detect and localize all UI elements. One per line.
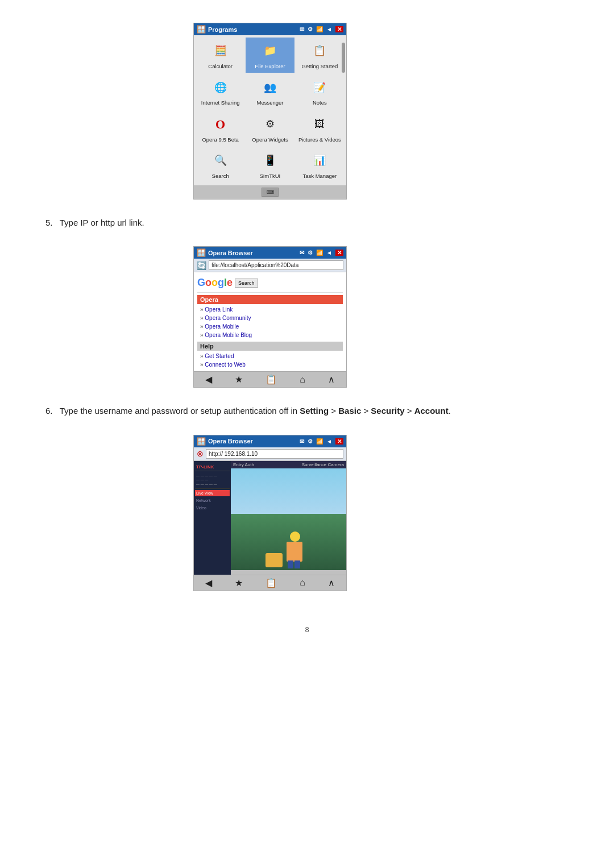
titlebar-icons: ✉ ⚙ 📶 ◄ ✕ — [300, 26, 343, 32]
camera-titlebar-title: Opera Browser — [208, 438, 253, 445]
camera-windows-icon: 🪟 — [197, 437, 206, 446]
sky-bg — [231, 468, 346, 520]
task-manager-icon: 📊 — [309, 151, 330, 171]
search-icon: 🔍 — [210, 151, 231, 171]
calculator-label: Calculator — [208, 63, 233, 69]
camera-main: Entry Auth Surveillance Camera — [231, 461, 346, 575]
simtkui-item[interactable]: 📱 SimTkUI — [246, 147, 294, 182]
notes-item[interactable]: 📝 Notes — [296, 74, 344, 109]
volume-icon: ◄ — [326, 26, 332, 32]
task-manager-item[interactable]: 📊 Task Manager — [296, 147, 344, 182]
camera-titlebar: 🪟 Opera Browser ✉ ⚙ 📶 ◄ ✕ — [194, 435, 346, 447]
camera-star-button[interactable]: ★ — [235, 578, 243, 588]
simtkui-icon: 📱 — [260, 151, 280, 171]
notes-label: Notes — [313, 99, 327, 106]
camera-close-icon[interactable]: ✕ — [335, 438, 343, 445]
internet-sharing-item[interactable]: 🌐 Internet Sharing — [196, 74, 244, 109]
camera-progress-bar — [231, 570, 346, 575]
camera-settings-icon: ⚙ — [308, 438, 313, 445]
screenshot-opera-browser: 🪟 Opera Browser ✉ ⚙ 📶 ◄ ✕ 🔄 file://local… — [193, 246, 347, 388]
camera-volume-icon: ◄ — [326, 438, 332, 445]
opera-address-input[interactable]: file://localhost/Application%20Data — [209, 260, 343, 270]
camera-home-button[interactable]: ⌂ — [300, 578, 305, 588]
opera-mobile-link[interactable]: Opera Mobile — [197, 322, 343, 331]
camera-sidebar: TP-LINK — — — — —— — —— — — — — Live Vie… — [194, 461, 231, 575]
internet-sharing-label: Internet Sharing — [201, 99, 240, 106]
file-explorer-item[interactable]: 📁 File Explorer — [246, 38, 294, 73]
opera-volume-icon: ◄ — [326, 250, 332, 256]
camera-sidebar-basic[interactable]: Live View — [195, 490, 230, 496]
calculator-item[interactable]: 🧮 Calculator — [196, 38, 244, 73]
opera-widgets-label: Opera Widgets — [252, 136, 288, 143]
camera-up-button[interactable]: ∧ — [328, 578, 335, 588]
opera-section-help: Help — [197, 342, 343, 351]
simtkui-label: SimTkUI — [260, 173, 280, 179]
messenger-label: Messenger — [256, 99, 283, 106]
camera-error-icon: ⊗ — [197, 449, 204, 458]
programs-grid: 🧮 Calculator 📁 File Explorer 📋 Getting S… — [194, 35, 346, 185]
opera-beta-item[interactable]: O Opera 9.5 Beta — [196, 111, 244, 146]
opera-widgets-icon: ⚙ — [260, 114, 280, 135]
getting-started-item[interactable]: 📋 Getting Started — [296, 38, 344, 73]
opera-clipboard-button[interactable]: 📋 — [265, 374, 277, 385]
opera-titlebar-icons: ✉ ⚙ 📶 ◄ ✕ — [300, 250, 343, 256]
messenger-item[interactable]: 👥 Messenger — [246, 74, 294, 109]
opera-windows-icon: 🪟 — [197, 248, 206, 257]
getting-started-icon: 📋 — [309, 41, 330, 61]
opera-nav-back[interactable]: 🔄 — [197, 261, 206, 270]
camera-sidebar-setup[interactable]: — — — — —— — —— — — — — — [195, 474, 230, 489]
camera-titlebar-icons: ✉ ⚙ 📶 ◄ ✕ — [300, 438, 343, 445]
step-6-text: Type the username and password or setup … — [60, 406, 451, 416]
opera-link-link[interactable]: Opera Link — [197, 305, 343, 314]
search-item[interactable]: 🔍 Search — [196, 147, 244, 182]
camera-video-feed — [231, 468, 346, 570]
keyboard-button[interactable]: ⌨ — [262, 188, 279, 197]
camera-email-icon: ✉ — [300, 438, 304, 445]
camera-back-button[interactable]: ◀ — [205, 578, 212, 588]
opera-up-button[interactable]: ∧ — [328, 374, 335, 385]
leg-right — [294, 560, 300, 568]
scrollbar[interactable] — [342, 43, 345, 73]
basic-bold: Basic — [338, 406, 361, 416]
opera-section-opera: Opera — [197, 295, 343, 304]
close-icon[interactable]: ✕ — [335, 26, 343, 32]
opera-community-link[interactable]: Opera Community — [197, 314, 343, 322]
pictures-videos-item[interactable]: 🖼 Pictures & Videos — [296, 111, 344, 146]
get-started-link[interactable]: Get Started — [197, 352, 343, 360]
camera-sidebar-network[interactable]: Network — [195, 497, 230, 504]
opera-mobile-blog-link[interactable]: Opera Mobile Blog — [197, 331, 343, 339]
internet-sharing-icon: 🌐 — [210, 77, 231, 98]
pictures-videos-icon: 🖼 — [309, 114, 330, 135]
camera-sidebar-logo: TP-LINK — [195, 463, 230, 471]
opera-beta-label: Opera 9.5 Beta — [202, 136, 238, 143]
screenshot-programs: 🪟 Programs ✉ ⚙ 📶 ◄ ✕ 🧮 Calculator 📁 File — [193, 23, 347, 200]
messenger-icon: 👥 — [260, 77, 280, 98]
opera-star-button[interactable]: ★ — [235, 374, 243, 385]
camera-bottombar: ◀ ★ 📋 ⌂ ∧ — [194, 575, 346, 591]
leg-left — [288, 560, 293, 568]
notes-icon: 📝 — [309, 77, 330, 98]
windows-icon: 🪟 — [197, 25, 206, 34]
person-head — [290, 531, 300, 542]
camera-addressbar: ⊗ http:// 192.168.1.10 — [194, 447, 346, 461]
setting-bold: Setting — [300, 406, 329, 416]
signal-icon: 📶 — [316, 26, 323, 32]
connect-to-web-link[interactable]: Connect to Web — [197, 360, 343, 369]
search-label: Search — [212, 173, 229, 179]
opera-back-button[interactable]: ◀ — [205, 374, 212, 385]
file-explorer-label: File Explorer — [255, 63, 285, 69]
titlebar-title: Programs — [208, 26, 237, 33]
opera-home-button[interactable]: ⌂ — [300, 375, 305, 385]
camera-titlebar-left: 🪟 Opera Browser — [197, 437, 253, 446]
camera-clipboard-button[interactable]: 📋 — [265, 578, 277, 588]
opera-close-icon[interactable]: ✕ — [335, 250, 343, 256]
security-bold: Security — [371, 406, 404, 416]
google-search-button[interactable]: Search — [235, 279, 258, 288]
camera-top-bar: Entry Auth Surveillance Camera — [231, 461, 346, 468]
camera-sidebar-video[interactable]: Video — [195, 505, 230, 511]
opera-widgets-item[interactable]: ⚙ Opera Widgets — [246, 111, 294, 146]
opera-bottombar: ◀ ★ 📋 ⌂ ∧ — [194, 371, 346, 387]
step-6: 6. Type the username and password or set… — [45, 405, 451, 418]
page-content: 🪟 Programs ✉ ⚙ 📶 ◄ ✕ 🧮 Calculator 📁 File — [34, 23, 580, 634]
camera-address-input[interactable]: http:// 192.168.1.10 — [206, 449, 343, 459]
